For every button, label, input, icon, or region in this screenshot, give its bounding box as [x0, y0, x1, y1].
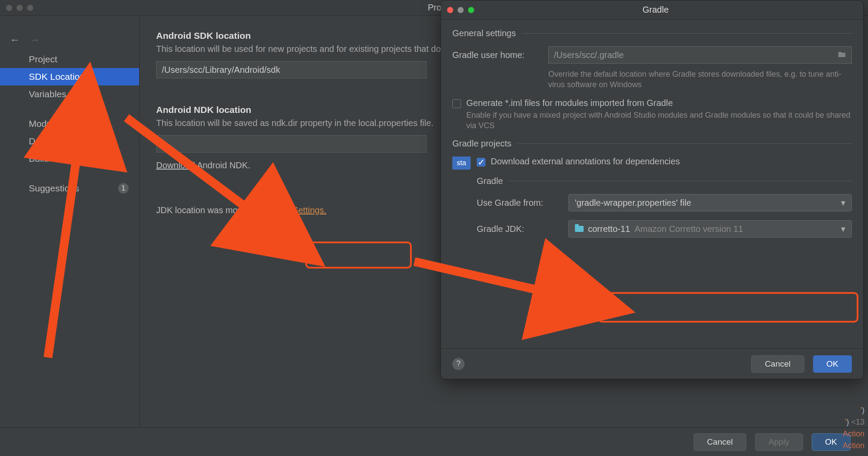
sidebar-item-project[interactable]: Project [0, 51, 139, 68]
gradle-user-home-label: Gradle user home: [452, 50, 548, 60]
front-footer: ? Cancel OK [441, 348, 863, 379]
close-icon[interactable] [6, 5, 12, 11]
ndk-path-input[interactable] [156, 135, 427, 153]
generate-iml-row[interactable]: Generate *.iml files for modules importe… [452, 98, 852, 108]
chevron-down-icon: ▾ [841, 197, 845, 208]
sdk-path-input[interactable]: /Users/scc/Library/Android/sdk [156, 61, 427, 78]
chevron-down-icon: ▾ [841, 224, 845, 234]
editor-artifact: ') ') <13 Action Action [811, 402, 868, 456]
gradle-user-home-row: Gradle user home: /Users/scc/.gradle [452, 46, 852, 64]
back-icon[interactable]: ← [10, 34, 20, 46]
help-icon[interactable]: ? [452, 358, 465, 370]
sidebar-item-label: Variables [29, 89, 66, 99]
browse-icon[interactable] [837, 50, 846, 60]
folder-icon [575, 226, 584, 232]
download-ndk-link[interactable]: Download [156, 160, 195, 170]
annotation-highlight [598, 292, 858, 323]
zoom-icon[interactable] [27, 5, 33, 11]
sidebar-item-dependencies[interactable]: Dependencies [0, 133, 139, 150]
use-gradle-from-value: 'gradle-wrapper.properties' file [575, 198, 691, 208]
sidebar-item-variables[interactable]: Variables [0, 85, 139, 103]
gradle-settings-link[interactable]: Gradle Settings. [264, 205, 326, 215]
checkbox-unchecked-icon[interactable] [452, 99, 461, 108]
back-footer: Cancel Apply OK [0, 427, 868, 456]
sidebar-item-modules[interactable]: Modules [0, 115, 139, 133]
project-pill[interactable]: sta [452, 157, 471, 170]
gradle-user-home-help: Override the default location where Grad… [548, 69, 852, 90]
minimize-icon[interactable] [17, 5, 23, 11]
sidebar-item-sdk-location[interactable]: SDK Location [0, 68, 139, 85]
sidebar-item-label: SDK Location [29, 71, 85, 82]
download-annotations-row[interactable]: ✓ Download external annotations for depe… [477, 157, 852, 167]
badge: 1 [118, 183, 129, 194]
gradle-jdk-row: Gradle JDK: corretto-11 Amazon Corretto … [477, 220, 852, 238]
gradle-jdk-label: Gradle JDK: [477, 224, 568, 234]
use-gradle-from-select[interactable]: 'gradle-wrapper.properties' file ▾ [568, 194, 852, 211]
gradle-projects-header: Gradle projects [452, 139, 852, 149]
annotation-highlight [305, 242, 412, 269]
front-titlebar: Gradle [441, 0, 863, 20]
sidebar-item-label: Build Variants [29, 153, 85, 164]
sidebar: ← → Project SDK Location Variables Modul… [0, 16, 140, 427]
group-title-label: General settings [452, 28, 516, 38]
cancel-button[interactable]: Cancel [694, 433, 746, 451]
close-icon[interactable] [447, 7, 453, 13]
gradle-user-home-input[interactable]: /Users/scc/.gradle [548, 46, 852, 64]
sidebar-item-suggestions[interactable]: Suggestions 1 [0, 180, 139, 197]
gradle-subheader: Gradle [477, 176, 852, 186]
cancel-button[interactable]: Cancel [751, 355, 804, 373]
gradle-jdk-select[interactable]: corretto-11 Amazon Corretto version 11 ▾ [568, 220, 852, 238]
nav-history: ← → [0, 29, 139, 51]
sidebar-item-build-variants[interactable]: Build Variants [0, 150, 139, 167]
sdk-path-value: /Users/scc/Library/Android/sdk [162, 65, 280, 75]
general-settings-header: General settings [452, 28, 852, 38]
ok-button[interactable]: OK [813, 355, 852, 373]
use-gradle-from-label: Use Gradle from: [477, 198, 568, 208]
zoom-icon[interactable] [468, 7, 474, 13]
gradle-user-home-value: /Users/scc/.gradle [554, 50, 624, 60]
generate-iml-label: Generate *.iml files for modules importe… [466, 98, 673, 108]
sidebar-item-label: Dependencies [29, 136, 87, 146]
forward-icon[interactable]: → [30, 34, 40, 46]
gradle-jdk-value: corretto-11 [588, 224, 630, 234]
download-ndk-rest-text: Android NDK. [197, 160, 250, 170]
apply-button[interactable]: Apply [755, 433, 803, 451]
window-title: Gradle [474, 5, 863, 15]
sidebar-item-label: Project [29, 54, 57, 65]
traffic-lights-front [441, 7, 474, 13]
gradle-jdk-suffix: Amazon Corretto version 11 [635, 224, 743, 234]
checkbox-checked-icon[interactable]: ✓ [477, 158, 485, 167]
traffic-lights-back [0, 5, 33, 11]
minimize-icon[interactable] [458, 7, 464, 13]
sidebar-item-label: Modules [29, 119, 63, 129]
project-selector[interactable]: sta [452, 157, 471, 246]
front-body: General settings Gradle user home: /User… [441, 20, 863, 246]
group-title-label: Gradle projects [452, 139, 512, 149]
generate-iml-help: Enable if you have a mixed project with … [466, 110, 852, 131]
download-annotations-label: Download external annotations for depend… [491, 157, 680, 167]
use-gradle-from-row: Use Gradle from: 'gradle-wrapper.propert… [477, 194, 852, 211]
jdk-moved-prefix: JDK location was moved to [156, 205, 261, 215]
sidebar-item-label: Suggestions [29, 183, 79, 194]
